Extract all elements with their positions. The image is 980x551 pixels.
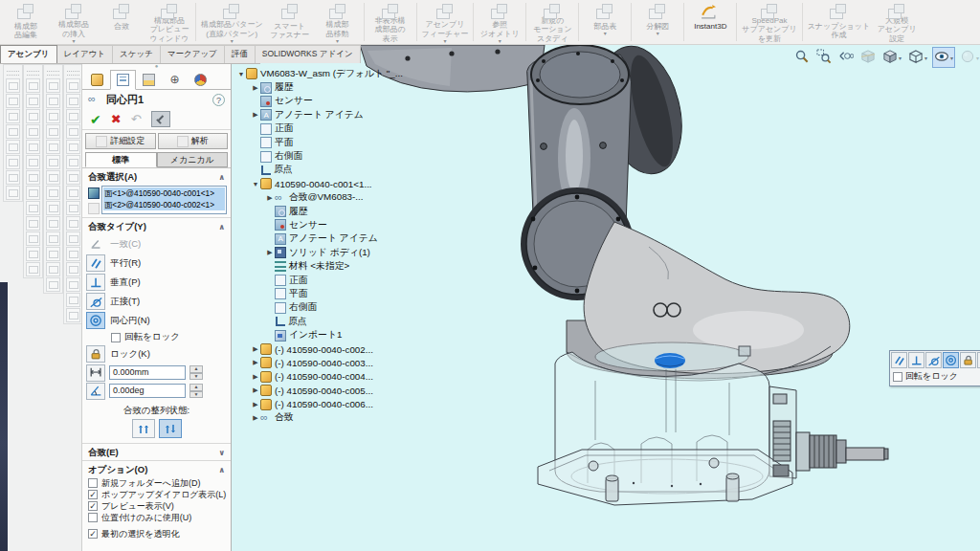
keep-visible-pin-button[interactable] xyxy=(151,111,170,127)
ribbon-button-move-component[interactable]: 構成部 品移動▾ xyxy=(314,1,362,43)
tree-item[interactable]: 右側面 xyxy=(234,301,421,315)
dropdown-arrow-icon[interactable]: ▾ xyxy=(950,55,953,61)
toolbar-button-icon[interactable] xyxy=(26,231,40,246)
dropdown-arrow-icon[interactable]: ▾ xyxy=(231,39,234,43)
tree-expander-icon[interactable]: ▶ xyxy=(251,401,260,408)
tab-評価[interactable]: 評価 xyxy=(225,45,256,63)
mate-type-concentric[interactable]: 同心円(N) xyxy=(82,311,231,330)
tab-property-manager[interactable] xyxy=(110,70,136,90)
tab-configuration-manager[interactable] xyxy=(136,70,162,90)
tree-item[interactable]: ▶合致 xyxy=(234,411,421,425)
tab-display-manager[interactable] xyxy=(188,70,213,90)
toolbar-button-icon[interactable] xyxy=(66,262,80,276)
option-checkbox[interactable]: ✓ xyxy=(88,490,98,499)
tree-expander-icon[interactable]: ▶ xyxy=(265,194,275,202)
tab-mechanical-mates[interactable]: メカニカル xyxy=(157,152,229,167)
tree-item[interactable]: 原点 xyxy=(234,164,421,177)
toolbar-button-icon[interactable] xyxy=(6,109,20,123)
tree-item[interactable]: ▼VM6083-W_asm (デフォルト "_... xyxy=(234,67,421,80)
undo-button[interactable]: ↶ xyxy=(131,112,142,126)
distance-input[interactable]: 0.000mm xyxy=(109,365,186,380)
tree-item[interactable]: 右側面 xyxy=(234,149,421,163)
ribbon-button-component-preview-window[interactable]: 構成部品 プレビュー ウィンドウ xyxy=(145,1,193,43)
toolbar-button-icon[interactable] xyxy=(6,170,20,185)
mate-selections-header[interactable]: 合致選択(A) ∧ xyxy=(82,168,231,185)
toolbar-button-icon[interactable] xyxy=(46,186,60,200)
ribbon-button-insert-components[interactable]: 構成部品 の挿入▾ xyxy=(50,1,98,43)
tree-expander-icon[interactable]: ▶ xyxy=(265,249,275,256)
tree-expander-icon[interactable]: ▶ xyxy=(251,111,260,119)
mate-types-header[interactable]: 合致タイプ(Y) ∧ xyxy=(82,218,231,234)
tree-item[interactable]: ▶合致@VM6083-... xyxy=(234,191,421,205)
tree-expander-icon[interactable]: ▼ xyxy=(251,181,260,187)
tree-item[interactable]: 原点 xyxy=(234,315,421,328)
aligned-button[interactable] xyxy=(132,419,155,438)
toolbar-button-icon[interactable] xyxy=(26,216,40,231)
ribbon-button-linear-component-pattern[interactable]: 構成部品パターン (直線パターン)▾ xyxy=(198,1,266,43)
toolbar-button-icon[interactable] xyxy=(66,247,80,261)
context-mate-lock-button[interactable] xyxy=(960,352,976,368)
toolbar-button-icon[interactable] xyxy=(26,124,40,139)
toolbar-button-icon[interactable] xyxy=(66,308,80,322)
tab-standard-mates[interactable]: 標準 xyxy=(85,152,157,167)
selected-entity-row[interactable]: 面<2>@410590-0040-c002<1> xyxy=(103,199,225,210)
headsup-view-orientation-button[interactable]: ▾ xyxy=(880,47,903,68)
tab-マークアップ[interactable]: マークアップ xyxy=(161,45,225,63)
toolbar-button-icon[interactable] xyxy=(66,124,80,139)
tree-expander-icon[interactable]: ▶ xyxy=(251,373,260,381)
toolbar-button-icon[interactable] xyxy=(46,277,60,292)
toolbar-button-icon[interactable] xyxy=(46,231,60,246)
tree-expander-icon[interactable]: ▶ xyxy=(251,345,260,353)
ribbon-button-mate[interactable]: 合致 xyxy=(98,1,145,43)
toolbar-button-icon[interactable] xyxy=(66,109,80,123)
dropdown-arrow-icon[interactable]: ▾ xyxy=(924,55,927,61)
options-header[interactable]: オプション(O) ∧ xyxy=(82,461,231,477)
toolbar-button-icon[interactable] xyxy=(66,94,80,108)
toolbar-button-icon[interactable] xyxy=(6,155,20,169)
toolbar-button-icon[interactable] xyxy=(66,201,80,215)
tab-スケッチ[interactable]: スケッチ xyxy=(113,45,161,63)
tree-expander-icon[interactable]: ▼ xyxy=(236,71,246,77)
ribbon-button-speedpak-update[interactable]: SpeedPak サブアセンブリ を更新 xyxy=(739,1,799,43)
toolbar-button-icon[interactable] xyxy=(26,94,40,108)
tree-item[interactable]: ▼410590-0040-c001<1... xyxy=(234,177,421,190)
tree-expander-icon[interactable]: ▶ xyxy=(251,359,260,366)
toolbar-button-icon[interactable] xyxy=(46,247,60,261)
lock-rotation-checkbox[interactable] xyxy=(111,333,121,342)
dropdown-arrow-icon[interactable]: ▾ xyxy=(443,39,446,43)
toolbar-button-icon[interactable] xyxy=(46,94,60,108)
tree-item[interactable]: 正面 xyxy=(234,274,421,287)
tree-item[interactable]: インポート1 xyxy=(234,328,421,342)
selected-entity-row[interactable]: 面<1>@410590-0040-c001<1> xyxy=(103,187,225,199)
ribbon-button-new-motion-study[interactable]: 新規の モーション スタディ xyxy=(528,1,576,43)
headsup-edit-appearance-button[interactable]: ▾ xyxy=(958,47,980,68)
tab-dimxpert-manager[interactable]: ⊕ xyxy=(162,70,188,90)
ribbon-button-show-hidden-components[interactable]: 非表示構 成部品の 表示 xyxy=(367,1,414,43)
toolbar-button-icon[interactable] xyxy=(26,186,40,200)
angle-icon[interactable] xyxy=(86,383,105,400)
toolbar-button-icon[interactable] xyxy=(66,140,80,154)
option-checkbox[interactable] xyxy=(88,513,98,522)
toolbar-button-icon[interactable] xyxy=(66,216,80,231)
toolbar-button-icon[interactable] xyxy=(66,155,80,169)
distance-spinner[interactable]: ▲▼ xyxy=(189,365,203,380)
toolbar-button-icon[interactable] xyxy=(26,201,40,215)
context-mate-perpendicular-button[interactable] xyxy=(908,352,924,368)
mate-type-parallel[interactable]: 平行(R) xyxy=(82,253,231,273)
ribbon-button-take-snapshot[interactable]: スナップショット 作成 xyxy=(805,1,874,43)
tree-item[interactable]: ▶(-) 410590-0040-c002... xyxy=(234,342,421,356)
advanced-settings-button[interactable]: 詳細設定 xyxy=(85,133,156,149)
mate-type-lock[interactable]: ロック(K) xyxy=(82,344,231,364)
ribbon-button-edit-component[interactable]: 構成部 品編集 xyxy=(2,1,50,43)
dropdown-arrow-icon[interactable]: ▾ xyxy=(499,39,501,43)
headsup-display-style-button[interactable]: ▾ xyxy=(906,47,929,68)
headsup-section-view-button[interactable] xyxy=(858,47,878,68)
toolbar-button-icon[interactable] xyxy=(66,277,80,292)
tab-SOLIDWORKS アドイン[interactable]: SOLIDWORKS アドイン xyxy=(256,45,361,63)
toolbar-button-icon[interactable] xyxy=(26,170,40,185)
angle-spinner[interactable]: ▲▼ xyxy=(189,384,203,398)
headsup-zoom-to-fit-button[interactable] xyxy=(792,47,812,68)
toolbar-button-icon[interactable] xyxy=(46,170,60,185)
toolbar-button-icon[interactable] xyxy=(46,201,60,215)
toolbar-button-icon[interactable] xyxy=(66,170,80,185)
